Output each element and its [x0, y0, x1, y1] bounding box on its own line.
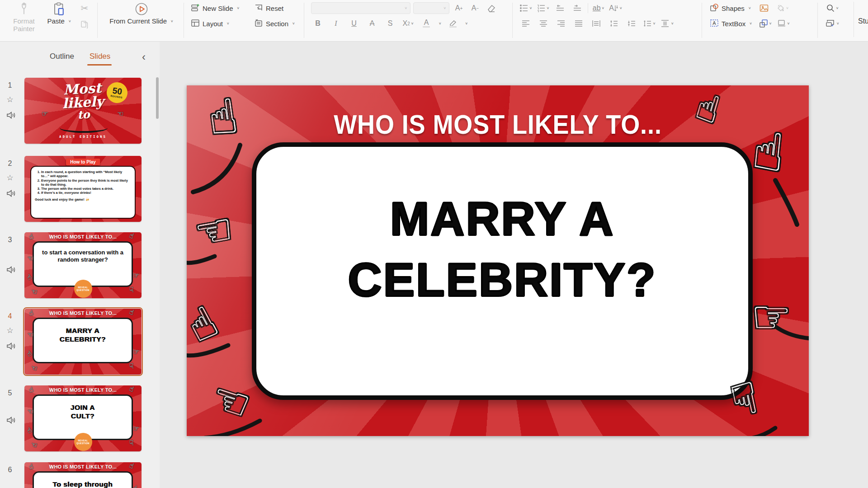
slide-rail-6: 6: [0, 462, 24, 488]
pointing-hand-icon: ☞: [133, 425, 139, 432]
tab-slides[interactable]: Slides: [90, 52, 110, 61]
font-color-button[interactable]: A: [420, 17, 433, 30]
bold-button[interactable]: B: [311, 17, 325, 30]
pointing-hand-icon: ☜: [27, 408, 33, 415]
shapes-button[interactable]: Shapes∨: [708, 2, 753, 14]
insert-picture-button[interactable]: [757, 2, 771, 14]
caret-down-icon: ∨: [465, 22, 468, 25]
paragraph-group: ∨ ∨: [519, 0, 700, 42]
bullets-button[interactable]: ∨: [519, 2, 533, 14]
numbering-button[interactable]: ∨: [536, 2, 550, 14]
question-textbox[interactable]: MARRY A CELEBRITY?: [256, 147, 748, 310]
text-orientation-button[interactable]: A ∨: [609, 2, 623, 14]
layout-button[interactable]: Layout∨: [189, 17, 252, 30]
slide-thumbnail-4-selected[interactable]: WHO IS MOST LIKELY TO... ☝ ☝ ☜ ☝ ☜ ☞ ☟ M…: [24, 309, 142, 375]
copy-button[interactable]: [78, 18, 91, 31]
increase-indent-button[interactable]: [571, 2, 584, 14]
text-shadow-button[interactable]: S: [383, 17, 397, 30]
highlight-button[interactable]: [446, 17, 460, 30]
pointing-hand-icon: ☜: [27, 331, 33, 338]
scissors-icon: ✂: [81, 3, 89, 14]
italic-button[interactable]: I: [329, 17, 343, 30]
pointing-hand-icon: ☜: [191, 206, 236, 255]
slideshow-group: From Current Slide∨: [103, 0, 180, 42]
eraser-icon: [487, 4, 496, 13]
rule-item: If there’s a tie, everyone drinks!: [41, 191, 131, 195]
format-painter-label: Format Painter: [13, 17, 35, 33]
reset-button[interactable]: Reset: [252, 2, 285, 14]
arrange-button[interactable]: ∨: [759, 17, 772, 30]
shapes-icon: [710, 3, 719, 14]
slide-thumbnail-5[interactable]: WHO IS MOST LIKELY TO... ☝ ☝ ☜ ☝ ☜ ☞ ☟ J…: [24, 385, 142, 451]
textbox-button[interactable]: A TextBox∨: [708, 17, 754, 30]
pointing-hand-icon: ☝: [750, 125, 787, 180]
question-card[interactable]: MARRY A CELEBRITY?: [252, 142, 753, 400]
caret-down-icon: ∨: [411, 22, 414, 25]
slide-rail-5: 5: [0, 385, 24, 452]
font-color-swatch: [423, 26, 430, 28]
pointing-hand-icon: ☟: [129, 362, 134, 370]
format-painter-button[interactable]: Format Painter: [6, 0, 42, 33]
slide-rail-2: 2 ☆: [0, 156, 24, 222]
pointing-hand-icon: ☞: [133, 348, 139, 356]
shape-fill-button[interactable]: ∨: [775, 2, 789, 14]
slide-size-button[interactable]: ∨: [826, 17, 840, 30]
collapse-panel-icon[interactable]: ‹: [142, 51, 146, 63]
align-center-button[interactable]: [537, 17, 550, 30]
cut-button[interactable]: ✂: [78, 2, 91, 14]
slide-thumbnail-3[interactable]: WHO IS MOST LIKELY TO... ☝ ☝ ☜ ☝ ☜ ☞ ☟ t…: [24, 232, 142, 298]
ribbon-divider: [97, 3, 98, 38]
how-to-play-banner: How to Play: [66, 159, 100, 165]
text-direction-button[interactable]: ab ∨: [592, 2, 605, 14]
justify-button[interactable]: [572, 17, 585, 30]
clear-formatting-button[interactable]: [485, 2, 498, 14]
align-left-icon: [522, 20, 530, 27]
spacing-up-icon: [609, 20, 618, 27]
caret-down-icon: ∨: [529, 6, 533, 10]
new-slide-button[interactable]: New Slide∨: [189, 2, 252, 14]
font-size-combo[interactable]: ∨: [413, 2, 449, 14]
align-right-button[interactable]: [554, 17, 568, 30]
studio-label-clipped[interactable]: Stu: [858, 17, 868, 25]
strikethrough-button[interactable]: A: [365, 17, 379, 30]
paste-button[interactable]: Paste∨: [44, 0, 74, 25]
slide-thumbnail-2[interactable]: How to Play In each round, a question st…: [24, 156, 142, 222]
increase-spacing-button[interactable]: [607, 17, 621, 30]
align-left-button[interactable]: [519, 17, 533, 30]
find-button[interactable]: ∨: [826, 2, 839, 14]
caret-down-icon: ∨: [602, 6, 605, 10]
font-name-combo[interactable]: ∨: [311, 2, 410, 14]
question-line-1: MARRY A: [256, 188, 748, 249]
caret-down-icon: ∨: [439, 22, 442, 25]
ribbon-divider: [817, 3, 818, 38]
tab-outline[interactable]: Outline: [50, 52, 74, 61]
distribute-text-button[interactable]: [590, 17, 603, 30]
line-spacing-button[interactable]: ∨: [642, 17, 656, 30]
panel-tabs: Outline Slides ‹: [0, 50, 160, 68]
spacing-down-icon: [627, 20, 636, 27]
caret-down-icon: ∨: [769, 22, 772, 25]
rule-item: Everyone points to the person they think…: [41, 178, 131, 187]
transition-star-icon: ☆: [0, 173, 20, 183]
underline-button[interactable]: U: [347, 17, 361, 30]
from-current-slide-button[interactable]: From Current Slide∨: [103, 0, 180, 25]
vertical-align-button[interactable]: ∨: [660, 17, 674, 30]
slide-row-2: 2 ☆ How to Play In each round, a questio…: [0, 156, 160, 222]
slide-thumbnail-6[interactable]: WHO IS MOST LIKELY TO... ☝ ☝ ☝ To sleep …: [24, 462, 142, 488]
grow-font-button[interactable]: A+: [452, 2, 466, 14]
slide-rail-4: 4 ☆: [0, 309, 24, 375]
caret-down-icon: ∨: [170, 19, 174, 23]
shrink-font-button[interactable]: A−: [468, 2, 482, 14]
decrease-indent-button[interactable]: [553, 2, 567, 14]
decrease-spacing-button[interactable]: [625, 17, 638, 30]
picture-frame-button[interactable]: ∨: [777, 17, 790, 30]
section-icon: [254, 19, 263, 29]
question-line-2: CELEBRITY?: [256, 249, 748, 310]
slide-thumbnail-1[interactable]: Most likely to ☞ ☜ 50 ROUNDS ADULT EDITI…: [24, 78, 142, 144]
current-slide[interactable]: WHO IS MOST LIKELY TO... MARRY A CELEBRI…: [187, 85, 809, 436]
ribbon-divider: [512, 3, 513, 38]
caret-down-icon: ∨: [653, 22, 656, 25]
pointing-hand-icon: ☜: [30, 364, 38, 373]
section-button[interactable]: Section∨: [252, 17, 297, 30]
superscript-button[interactable]: X2 ∨: [401, 17, 415, 30]
